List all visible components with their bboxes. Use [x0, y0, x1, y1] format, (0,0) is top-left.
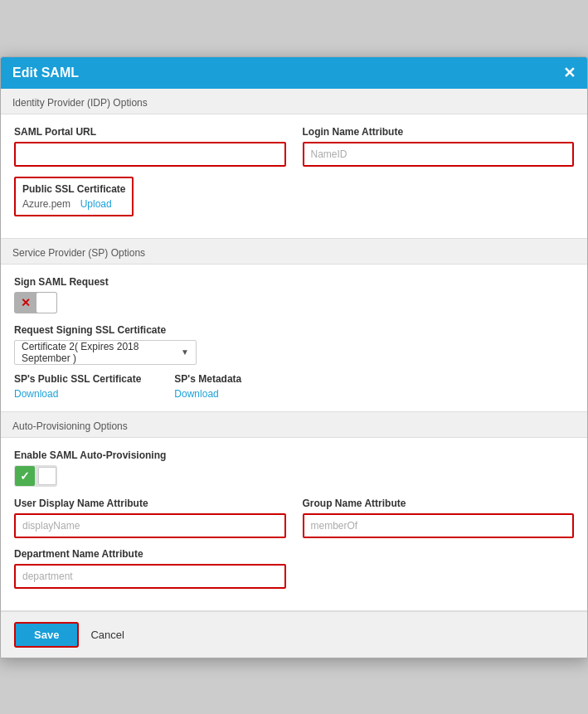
enable-auto-prov-group: Enable SAML Auto-Provisioning ✓	[14, 449, 574, 489]
idp-section-box: SAML Portal URL Login Name Attribute Pub…	[1, 114, 587, 239]
enable-auto-prov-label: Enable SAML Auto-Provisioning	[14, 449, 574, 461]
dept-name-col: Department Name Attribute	[14, 548, 286, 589]
edit-saml-modal: Edit SAML ✕ Identity Provider (IDP) Opti…	[0, 56, 588, 658]
idp-row-2: Public SSL Certificate Azure.pem Upload	[14, 177, 574, 216]
dept-name-label: Department Name Attribute	[14, 548, 286, 560]
group-name-col: Group Name Attribute	[303, 498, 575, 538]
auto-prov-row-2: Department Name Attribute	[14, 548, 574, 589]
user-display-label: User Display Name Attribute	[14, 498, 286, 509]
toggle-on-thumb: ✓	[15, 466, 35, 486]
sp-links-row: SP's Public SSL Certificate Download SP'…	[14, 373, 574, 400]
modal-title: Edit SAML	[12, 66, 79, 80]
chevron-down-icon: ▼	[181, 347, 189, 357]
group-name-label: Group Name Attribute	[303, 498, 575, 509]
idp-section-label: Identity Provider (IDP) Options	[1, 89, 587, 114]
enable-auto-prov-toggle[interactable]: ✓	[14, 465, 57, 487]
sp-ssl-col: SP's Public SSL Certificate Download	[14, 373, 141, 400]
cancel-button[interactable]: Cancel	[90, 629, 124, 641]
idp-spacer	[303, 177, 575, 216]
sp-meta-col: SP's Metadata Download	[174, 373, 241, 400]
login-name-col: Login Name Attribute	[303, 126, 575, 167]
sp-meta-download-link[interactable]: Download	[174, 388, 218, 400]
modal-body: Identity Provider (IDP) Options SAML Por…	[1, 89, 587, 611]
ssl-upload-button[interactable]: Upload	[80, 198, 112, 210]
ssl-cert-box: Public SSL Certificate Azure.pem Upload	[14, 177, 134, 216]
ssl-cert-col: Public SSL Certificate Azure.pem Upload	[14, 177, 286, 216]
dept-name-input[interactable]	[14, 564, 286, 589]
sp-ssl-download-link[interactable]: Download	[14, 388, 58, 400]
modal-header: Edit SAML ✕	[1, 57, 587, 89]
request-signing-label: Request Signing SSL Certificate	[14, 324, 574, 336]
sign-request-label: Sign SAML Request	[14, 276, 574, 288]
auto-prov-label: Auto-Provisioning Options	[1, 412, 587, 437]
sp-section-box: Sign SAML Request ✕ Request Signing SSL …	[1, 264, 587, 412]
user-display-input[interactable]	[14, 513, 286, 538]
user-display-col: User Display Name Attribute	[14, 498, 286, 538]
auto-prov-section-box: Enable SAML Auto-Provisioning ✓ User Dis…	[1, 437, 587, 611]
toggle-off-dot	[38, 467, 56, 485]
idp-row-1: SAML Portal URL Login Name Attribute	[14, 126, 574, 167]
login-name-label: Login Name Attribute	[303, 126, 575, 138]
saml-url-col: SAML Portal URL	[14, 126, 286, 167]
sp-meta-title: SP's Metadata	[174, 373, 241, 385]
checkmark-icon: ✓	[20, 469, 30, 483]
sign-request-group: Sign SAML Request ✕	[14, 276, 574, 316]
sign-request-toggle[interactable]: ✕	[14, 292, 57, 313]
auto-prov-row-1: User Display Name Attribute Group Name A…	[14, 498, 574, 538]
sp-ssl-title: SP's Public SSL Certificate	[14, 373, 141, 385]
ssl-cert-label: Public SSL Certificate	[22, 183, 125, 195]
dropdown-text: Certificate 2( Expires 2018 September )	[22, 341, 181, 364]
dept-spacer	[303, 548, 575, 589]
close-button[interactable]: ✕	[563, 66, 576, 80]
request-signing-group: Request Signing SSL Certificate Certific…	[14, 324, 574, 365]
sp-section-label: Service Provider (SP) Options	[1, 239, 587, 264]
saml-url-label: SAML Portal URL	[14, 126, 286, 138]
login-name-input[interactable]	[303, 142, 575, 167]
modal-footer: Save Cancel	[1, 611, 587, 658]
save-button[interactable]: Save	[14, 622, 79, 648]
ssl-cert-filename: Azure.pem	[22, 198, 70, 210]
saml-url-input[interactable]	[14, 142, 286, 167]
group-name-input[interactable]	[303, 513, 575, 538]
toggle-thumb	[36, 293, 56, 313]
toggle-x-icon: ✕	[21, 296, 31, 309]
request-signing-dropdown[interactable]: Certificate 2( Expires 2018 September ) …	[14, 340, 197, 365]
